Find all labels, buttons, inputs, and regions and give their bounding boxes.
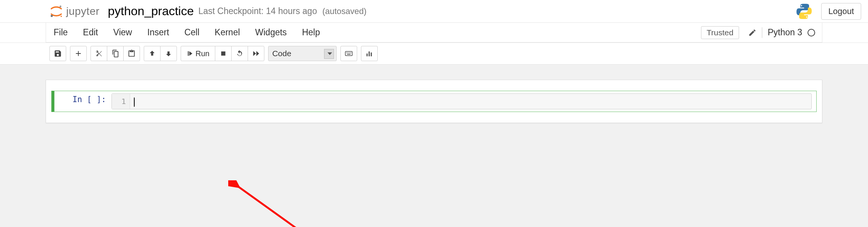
annotation-arrow [228,180,327,227]
cut-button[interactable] [91,46,107,61]
pencil-icon[interactable] [748,28,757,37]
command-palette-button[interactable] [340,46,357,61]
input-prompt: In [ ]: [54,91,111,112]
notebook-container: In [ ]: 1 [46,80,822,123]
menu-cell[interactable]: Cell [184,27,200,38]
dropdown-caret-icon [327,52,332,55]
arrow-up-icon [148,49,156,58]
header: jupyter python_practice Last Checkpoint:… [0,0,868,23]
python-logo-icon [795,3,813,20]
cell-type-select[interactable]: Code [268,46,337,61]
svg-point-2 [60,16,62,17]
svg-rect-7 [346,52,347,53]
cell-type-value: Code [272,49,291,58]
paste-button[interactable] [123,46,140,61]
chart-button[interactable] [361,46,378,61]
svg-rect-9 [349,52,350,53]
svg-rect-6 [345,52,352,56]
svg-point-1 [51,15,53,17]
code-editor[interactable]: 1 [111,93,812,109]
notebook-name[interactable]: python_practice [108,4,194,18]
scissors-icon [95,49,103,58]
restart-icon [235,49,244,58]
bar-chart-icon [365,49,374,58]
run-icon [186,50,193,57]
logo-text: jupyter [66,5,100,17]
menu-view[interactable]: View [113,27,132,38]
autosaved-text: (autosaved) [322,6,366,16]
svg-rect-8 [348,52,348,53]
menu-widgets[interactable]: Widgets [255,27,287,38]
move-down-button[interactable] [160,46,177,61]
save-button[interactable] [49,46,66,61]
trusted-indicator[interactable]: Trusted [701,26,739,39]
menu-file[interactable]: File [54,27,68,38]
svg-rect-10 [350,52,351,53]
logout-button[interactable]: Logout [821,3,861,20]
run-button[interactable]: Run [181,46,215,61]
insert-cell-below-button[interactable] [70,46,87,61]
interrupt-button[interactable] [215,46,232,61]
move-up-button[interactable] [144,46,161,61]
svg-rect-12 [366,54,367,56]
svg-point-4 [806,16,808,18]
line-number: 1 [112,94,130,109]
checkpoint-text: Last Checkpoint: 14 hours ago [198,6,317,16]
kernel-name[interactable]: Python 3 [768,27,802,38]
text-cursor [134,98,135,107]
svg-rect-11 [347,54,350,55]
menubar: File Edit View Insert Cell Kernel Widget… [0,23,868,43]
toolbar: Run Code [0,43,868,65]
restart-run-all-button[interactable] [248,46,264,61]
menu-help[interactable]: Help [302,27,320,38]
paste-icon [127,49,136,58]
svg-line-15 [236,185,320,227]
fast-forward-icon [252,49,260,58]
divider [762,27,762,38]
menu-edit[interactable]: Edit [83,27,98,38]
notebook-area: In [ ]: 1 cell ready for input [0,65,868,227]
svg-point-0 [60,5,62,7]
svg-rect-13 [369,52,370,57]
jupyter-logo[interactable]: jupyter [49,5,100,18]
svg-rect-5 [221,52,225,56]
keyboard-icon [345,49,353,58]
copy-icon [111,49,119,58]
code-cell[interactable]: In [ ]: 1 [51,91,817,112]
copy-button[interactable] [107,46,124,61]
plus-icon [74,49,83,58]
svg-rect-14 [370,52,372,56]
arrow-down-icon [164,49,173,58]
restart-button[interactable] [231,46,248,61]
save-icon [54,49,62,58]
stop-icon [219,49,227,58]
code-input[interactable] [130,94,811,109]
svg-point-3 [801,5,802,6]
kernel-status-idle-icon [808,29,815,36]
jupyter-logo-icon [49,5,63,18]
menu-insert[interactable]: Insert [147,27,169,38]
menu-kernel[interactable]: Kernel [215,27,240,38]
run-label: Run [196,49,210,58]
